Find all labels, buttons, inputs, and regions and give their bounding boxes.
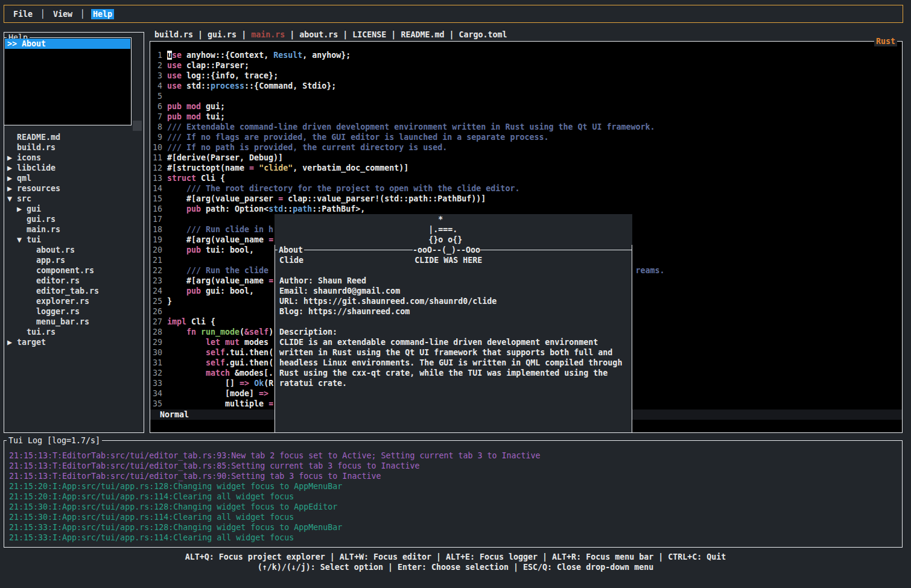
menu-item-about[interactable]: >> About [5,39,130,49]
menu-item-view[interactable]: View [51,9,74,19]
code-text: [mode] => [167,388,268,399]
code-line-12: 12#[structopt(name = "clide", verbatim_d… [150,163,902,173]
tab-LICENSE[interactable]: LICENSE [352,30,386,39]
tree-item-label: app.rs [36,256,65,265]
tree-item-build.rs[interactable]: build.rs [4,142,144,153]
chevron-down-icon: ▼ [7,194,17,203]
tree-indent [7,327,27,337]
tree-item-app.rs[interactable]: app.rs [4,255,144,265]
code-line-6: 6pub mod gui; [150,101,902,112]
language-badge: Rust [874,36,897,46]
code-text: struct Cli { [167,173,225,183]
tree-item-label: explorer.rs [36,297,89,306]
line-number: 16 [150,204,162,214]
tree-item-tui[interactable]: ▼ tui [4,235,144,245]
tree-item-label: main.rs [27,225,60,234]
code-text: use clap::Parser; [167,60,249,71]
tree-item-libclide[interactable]: ▶ libclide [4,163,144,173]
tree-item-gui.rs[interactable]: gui.rs [4,214,144,224]
line-number: 8 [150,122,162,132]
line-number: 29 [150,337,162,347]
line-number: 26 [150,306,162,317]
chevron-down-icon: ▼ [7,235,27,244]
tab-separator: | [386,30,401,39]
tree-item-editor_tab.rs[interactable]: editor_tab.rs [4,286,144,296]
line-number: 31 [150,358,162,368]
tab-Cargo.toml[interactable]: Cargo.toml [459,30,507,39]
tree-item-logger.rs[interactable]: logger.rs [4,306,144,317]
tree-item-label: libclide [17,163,56,172]
chevron-right-icon: ▶ [7,204,27,213]
tree-indent [7,297,36,306]
code-text: use log::{info, trace}; [167,71,278,81]
about-dialog-box: About -ooO--(_)--Ooo Clide CLIDE WAS HER… [275,245,632,433]
code-text: self.tui.then( [167,347,273,358]
code-text: use anyhow::{Context, Result, anyhow}; [167,50,351,60]
tree-item-tui.rs[interactable]: tui.rs [4,327,144,337]
code-text: #[derive(Parser, Debug)] [167,153,283,163]
tab-build.rs[interactable]: build.rs [154,30,193,39]
tree-item-README.md[interactable]: README.md [4,132,144,142]
code-line-13: 13struct Cli { [150,173,902,183]
explorer-scrollbar-thumb[interactable] [133,121,142,131]
line-number: 9 [150,132,162,142]
tree-indent [7,225,27,234]
code-text: multiple = [167,399,273,409]
menu-item-file[interactable]: File [11,9,34,19]
line-number: 27 [150,317,162,327]
tree-item-target[interactable]: ▶ target [4,337,144,347]
code-line-7: 7pub mod tui; [150,112,902,122]
ascii-art-hands: -ooO--(_)--Ooo [413,245,480,255]
code-line-9: 9/// If no flags are provided, the GUI e… [150,132,902,142]
tree-item-editor.rs[interactable]: editor.rs [4,276,144,286]
tree-item-component.rs[interactable]: component.rs [4,265,144,276]
chevron-right-icon: ▶ [7,338,17,347]
line-number: 28 [150,327,162,337]
tab-about.rs[interactable]: about.rs [299,30,338,39]
menu-separator: │ [80,9,85,19]
line-number: 35 [150,399,162,409]
code-line-8: 8/// Extendable command-line driven deve… [150,122,902,132]
line-number: 23 [150,276,162,286]
code-text: /// Extendable command-line driven devel… [167,122,655,132]
tui-log-panel: Tui Log [log=1.7/s] 21:15:13:T:EditorTab… [4,440,903,548]
code-text: pub mod tui; [167,112,225,122]
line-number: 6 [150,101,162,112]
tree-item-icons[interactable]: ▶ icons [4,153,144,163]
tree-item-label: icons [17,153,41,162]
menu-item-help[interactable]: Help [91,9,114,19]
tab-README.md[interactable]: README.md [401,30,444,39]
line-number: 20 [150,245,162,255]
tab-separator: | [236,30,251,39]
tree-item-menu_bar.rs[interactable]: menu_bar.rs [4,317,144,327]
tree-item-gui[interactable]: ▶ gui [4,204,144,214]
tree-item-main.rs[interactable]: main.rs [4,224,144,235]
line-number: 5 [150,91,162,101]
log-line: 21:15:33:I:App:src/tui/app.rs:128:Changi… [9,522,901,533]
tab-main.rs[interactable]: main.rs [251,30,285,39]
about-dialog-border: About -ooO--(_)--Ooo [275,245,632,255]
log-line: 21:15:33:I:App:src/tui/app.rs:114:Cleari… [9,533,901,543]
about-dialog-title: About [278,245,304,255]
menu-bar: File│View│Help [4,5,903,23]
tree-item-qml[interactable]: ▶ qml [4,173,144,183]
tab-gui.rs[interactable]: gui.rs [208,30,236,39]
tab-separator: | [338,30,352,39]
log-line: 21:15:13:T:EditorTab:src/tui/editor_tab.… [9,461,901,471]
keybinding-help-bar: ALT+Q: Focus project explorer | ALT+W: F… [0,552,911,572]
code-text: #[arg(value_parser = clap::value_parser!… [167,194,486,204]
code-text: use std::process::{Command, Stdio}; [167,81,336,91]
line-number: 34 [150,388,162,399]
tree-item-explorer.rs[interactable]: explorer.rs [4,296,144,306]
tree-item-label: logger.rs [36,307,80,316]
code-text: pub path: Option<std::path::PathBuf>, [167,204,365,214]
tree-item-src[interactable]: ▼ src [4,194,144,204]
help-dropdown-menu: Help >> About [4,37,132,125]
code-text: pub mod gui; [167,101,225,112]
code-line-1: 1use anyhow::{Context, Result, anyhow}; [150,50,902,60]
code-text: /// If no flags are provided, the GUI ed… [167,132,548,142]
tree-item-label: tui [27,235,41,244]
tree-item-about.rs[interactable]: about.rs [4,245,144,255]
tree-item-resources[interactable]: ▶ resources [4,183,144,194]
tree-indent [7,286,36,296]
